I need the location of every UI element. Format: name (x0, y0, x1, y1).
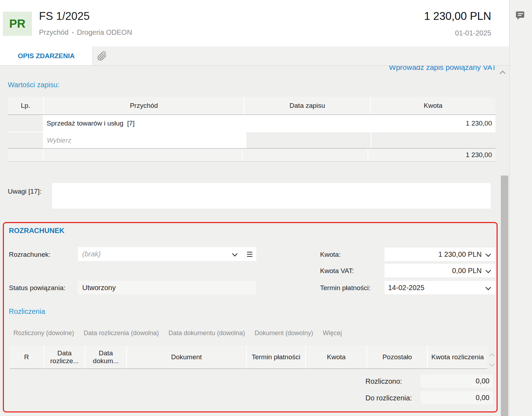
document-amount: 1 230,00 PLN (314, 10, 491, 23)
chevron-down-icon[interactable] (486, 285, 491, 290)
row1-przychod-cell[interactable]: Sprzedaż towarów i usług [7] (44, 115, 244, 132)
wartosci-header-row: Lp. Przychód Data zapisu Kwota (8, 97, 495, 115)
do-rozliczenia-value: 0,00 (421, 394, 493, 402)
document-date: 01-01-2025 (314, 29, 491, 37)
row1-kwota-cell[interactable]: 1 230,00 (369, 115, 495, 132)
rozrachunek-combo[interactable]: (brak) (78, 247, 256, 261)
col-kwota: Kwota (371, 97, 495, 115)
row2-data-cell (246, 132, 371, 148)
document-subtitle: Przychód • Drogeria ODEON (39, 28, 132, 37)
filter-rozliczony[interactable]: Rozliczony (dowolne) (13, 329, 74, 337)
comments-button[interactable] (514, 10, 527, 23)
total-row: 1 230,00 (8, 149, 495, 161)
row2-lp-cell (8, 132, 43, 148)
uwagi-label: Uwagi [17]: (8, 188, 41, 195)
total-data-cell (243, 149, 367, 161)
row1-lp-cell (8, 115, 43, 132)
col-kwota2[interactable]: Kwota (306, 346, 366, 368)
vat-link-wrap: Wprowadź zapis powiązany VAT (333, 66, 496, 73)
add-vat-entry-link[interactable]: Wprowadź zapis powiązany VAT (389, 66, 496, 71)
col-data-dokumentu[interactable]: Data dokum... (85, 346, 126, 368)
wartosci-table: Lp. Przychód Data zapisu Kwota Sprzedaż … (8, 97, 495, 162)
col-przychod: Przychód (44, 97, 244, 115)
filter-data-rozliczenia[interactable]: Data rozliczenia (dowolna) (84, 329, 159, 337)
document-header (0, 0, 509, 46)
status-value: Utworzony (78, 284, 116, 292)
company-name: Drogeria ODEON (77, 28, 132, 37)
rozliczono-label: Rozliczono: (365, 377, 402, 386)
rozrachunek-heading: ROZRACHUNEK (9, 227, 65, 235)
wybierz-placeholder: Wybierz (47, 137, 71, 144)
kwota-vat-value: 0,00 PLN (385, 267, 495, 275)
rozrachunek-placeholder: (brak) (78, 250, 101, 258)
col-data-zapisu: Data zapisu (245, 97, 370, 115)
total-lp-cell (8, 149, 43, 161)
attachments-tab[interactable] (96, 50, 108, 62)
termin-value: 14-02-2025 (385, 284, 424, 292)
right-side-panel (509, 0, 532, 416)
do-rozliczenia-value-box: 0,00 (421, 391, 493, 404)
termin-combo[interactable]: 14-02-2025 (385, 281, 495, 294)
col-data-rozliczenia[interactable]: Data rozlicze... (44, 346, 85, 368)
kwota-vat-combo[interactable]: 0,00 PLN (385, 264, 495, 277)
kwota-vat-label: Kwota VAT: (320, 267, 354, 275)
do-rozliczenia-label: Do rozliczenia: (365, 394, 412, 402)
vertical-scrollbar-thumb[interactable] (501, 176, 508, 416)
hamburger-icon[interactable] (247, 252, 252, 257)
table-row-new: Wybierz (8, 132, 495, 148)
col-pozostalo[interactable]: Pozostało (367, 346, 427, 368)
document-title: FS 1/2025 (39, 10, 90, 23)
chevron-down-icon[interactable] (232, 251, 238, 257)
tab-opis-label: OPIS ZDARZENIA (18, 52, 74, 60)
row2-kwota-cell (371, 132, 495, 148)
uwagi-input[interactable] (52, 183, 491, 209)
rozliczono-value-box: 0,00 (421, 375, 493, 388)
document-window: PR FS 1/2025 Przychód • Drogeria ODEON 1… (0, 0, 532, 416)
rozliczenia-header-row: R Data rozlicze... Data dokum... Dokumen… (10, 346, 487, 368)
subtitle-separator: • (72, 29, 74, 36)
tab-opis-zdarzenia[interactable]: OPIS ZDARZENIA (0, 46, 93, 65)
row1-data-cell[interactable] (245, 115, 368, 132)
kwota-combo[interactable]: 1 230,00 PLN (385, 248, 495, 261)
status-label: Status powiązania: (9, 284, 66, 292)
filter-dokument[interactable]: Dokument (dowolny) (254, 329, 313, 337)
chat-icon (514, 10, 526, 22)
row2-przychod-picker[interactable]: Wybierz (44, 132, 245, 148)
total-przychod-cell (44, 149, 242, 161)
col-lp: Lp. (8, 97, 43, 115)
rozliczenia-table: R Data rozlicze... Data dokum... Dokumen… (10, 346, 487, 369)
doc-type-label: Przychód (39, 28, 68, 37)
doc-type-badge: PR (3, 12, 32, 36)
filter-data-dokumentu[interactable]: Data dokumentu (dowolna) (168, 329, 245, 337)
total-kwota-cell: 1 230,00 (368, 149, 495, 161)
rozliczenia-heading: Rozliczenia (9, 307, 45, 316)
chevron-up-icon[interactable] (500, 71, 506, 77)
status-value-box: Utworzony (78, 281, 256, 294)
rozrachunek-field-label: Rozrachunek: (9, 251, 50, 259)
col-kwota-rozliczenia[interactable]: Kwota rozliczenia (428, 346, 487, 368)
col-r[interactable]: R (10, 346, 44, 368)
kwota-label: Kwota: (320, 251, 341, 259)
filter-wiecej[interactable]: Więcej (323, 329, 342, 337)
divider (10, 368, 487, 369)
kwota-value: 1 230,00 PLN (385, 250, 495, 259)
col-dokument[interactable]: Dokument (127, 346, 246, 368)
paperclip-icon (97, 51, 107, 61)
wartosci-heading: Wartości zapisu: (8, 81, 60, 89)
col-termin-platnosci[interactable]: Termin płatności (247, 346, 305, 368)
table-row: Sprzedaż towarów i usług [7] 1 230,00 (8, 115, 495, 132)
termin-label: Termin płatności: (320, 284, 371, 292)
divider (8, 161, 495, 162)
rozliczenia-filters: Rozliczony (dowolne) Data rozliczenia (d… (13, 329, 342, 337)
rozliczono-value: 0,00 (421, 377, 493, 385)
